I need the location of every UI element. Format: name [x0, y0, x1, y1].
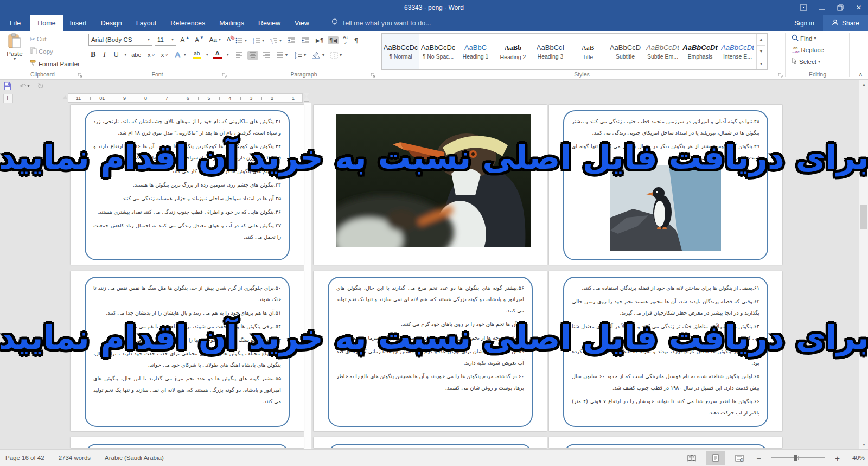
highlight-button[interactable]: ab: [191, 50, 203, 60]
superscript-button[interactable]: x2: [159, 50, 170, 59]
share-button[interactable]: Share: [823, 15, 868, 31]
page-indicator[interactable]: Page 16 of 42: [5, 455, 44, 461]
tab-references[interactable]: References: [163, 15, 212, 31]
style-heading3[interactable]: AaBbCcI Heading 3: [532, 34, 569, 69]
decrease-indent-button[interactable]: [286, 36, 297, 45]
format-painter-button[interactable]: Format Painter: [28, 59, 81, 69]
ribbon-display-options-button[interactable]: [794, 0, 813, 15]
increase-indent-button[interactable]: [300, 36, 311, 45]
scroll-down-button[interactable]: ▼: [859, 440, 868, 449]
undo-button[interactable]: ↶▾: [20, 81, 30, 91]
collapse-ribbon-button[interactable]: ∧: [859, 71, 863, 77]
copy-button[interactable]: Copy: [28, 46, 81, 56]
font-color-button[interactable]: A: [212, 49, 224, 60]
align-right-button[interactable]: [261, 51, 272, 60]
document-page-9-partial[interactable]: [549, 437, 782, 448]
shading-button[interactable]: ▾: [310, 50, 326, 60]
rtl-direction-button[interactable]: ¶◀: [328, 36, 339, 44]
style-heading1[interactable]: AaBbC Heading 1: [457, 34, 494, 69]
zoom-slider[interactable]: [771, 457, 825, 458]
zoom-level[interactable]: 40%: [847, 455, 865, 461]
style-subtitle[interactable]: AaBbCcD Subtitle: [607, 34, 644, 69]
tab-insert[interactable]: Insert: [63, 15, 94, 31]
sign-in-button[interactable]: Sign in: [786, 15, 823, 31]
document-page-3[interactable]: ۴۸.تنها دو گونه آدیلی و امپراتور در سرزم…: [549, 105, 782, 265]
web-layout-button[interactable]: [730, 451, 749, 465]
styles-dialog-launcher[interactable]: [778, 72, 783, 78]
tab-stop-selector[interactable]: L: [3, 94, 13, 103]
minimize-button[interactable]: [813, 0, 831, 15]
justify-button[interactable]: ▾: [275, 51, 289, 60]
redo-button[interactable]: ↻: [37, 81, 44, 91]
zoom-out-button[interactable]: −: [754, 454, 763, 463]
tab-view[interactable]: View: [288, 15, 316, 31]
scrollbar-thumb[interactable]: [860, 205, 867, 229]
show-paragraph-marks-button[interactable]: ¶: [353, 35, 360, 46]
indent-marker-right[interactable]: [304, 93, 309, 102]
underline-caret[interactable]: ▾: [124, 53, 126, 57]
horizontal-ruler[interactable]: 11 01 9 8 7 6 5 4 3 2 1: [68, 93, 303, 103]
ltr-direction-button[interactable]: ▶¶: [314, 36, 325, 44]
document-page-1[interactable]: ۴۱.پنگوئن های ماکارونی که نام خود را از …: [71, 105, 304, 265]
word-count[interactable]: 2734 words: [59, 455, 91, 461]
align-center-button[interactable]: [247, 51, 258, 60]
align-left-button[interactable]: [234, 51, 245, 60]
zoom-in-button[interactable]: +: [833, 454, 842, 463]
vertical-scrollbar[interactable]: ▲ ▼: [859, 80, 868, 449]
bold-button[interactable]: B: [88, 50, 98, 60]
borders-button[interactable]: ▾: [329, 50, 343, 60]
style-heading2[interactable]: AaBb Heading 2: [494, 34, 532, 69]
subscript-button[interactable]: x2: [146, 50, 156, 59]
scroll-up-button[interactable]: ▲: [859, 80, 868, 89]
grow-font-button[interactable]: A▲: [178, 35, 192, 45]
paste-button[interactable]: Paste ▾: [3, 33, 26, 69]
select-button[interactable]: Select ▾: [790, 56, 826, 67]
style-subtle-emphasis[interactable]: AaBbCcDt Subtle Em...: [644, 34, 681, 69]
font-color-caret[interactable]: ▾: [227, 53, 229, 57]
style-intense-emphasis[interactable]: AaBbCcDt Intense E...: [719, 34, 756, 69]
italic-button[interactable]: I: [101, 50, 108, 60]
numbering-button[interactable]: 123 ▾: [251, 36, 266, 45]
document-page-8-partial[interactable]: [314, 437, 547, 448]
find-button[interactable]: Find ▾: [790, 33, 826, 43]
text-effects-button[interactable]: A ▾: [173, 49, 188, 60]
tab-layout[interactable]: Layout: [129, 15, 164, 31]
tab-review[interactable]: Review: [251, 15, 288, 31]
restore-button[interactable]: [831, 0, 850, 15]
indent-marker-left[interactable]: [62, 95, 68, 99]
change-case-button[interactable]: Aa▾: [208, 35, 222, 44]
style-title[interactable]: AaB Title: [569, 34, 607, 69]
zoom-slider-thumb[interactable]: [794, 455, 797, 461]
tab-mailings[interactable]: Mailings: [212, 15, 251, 31]
print-layout-button[interactable]: [706, 451, 725, 465]
cut-button[interactable]: ✂ Cut: [28, 34, 81, 44]
document-page-2[interactable]: [314, 105, 547, 265]
paragraph-dialog-launcher[interactable]: [371, 72, 376, 78]
strikethrough-button[interactable]: abc: [130, 50, 143, 59]
styles-more-button[interactable]: ▼: [757, 58, 765, 69]
tab-home[interactable]: Home: [30, 15, 62, 31]
save-button[interactable]: [3, 82, 12, 91]
close-button[interactable]: ✕: [850, 0, 868, 15]
style-normal[interactable]: AaBbCcDc ¶ Normal: [382, 34, 419, 69]
style-no-spacing[interactable]: AaBbCcDc ¶ No Spac...: [419, 34, 457, 69]
tab-file[interactable]: File: [0, 15, 30, 31]
highlight-caret[interactable]: ▾: [206, 53, 208, 57]
line-spacing-button[interactable]: ▾: [292, 51, 308, 60]
shrink-font-button[interactable]: A▼: [194, 35, 206, 44]
multilevel-list-button[interactable]: a1i ▾: [269, 36, 283, 45]
tell-me-box[interactable]: Tell me what you want to do...: [331, 15, 431, 31]
bullets-button[interactable]: ▾: [234, 36, 248, 45]
read-mode-button[interactable]: [682, 451, 701, 465]
font-size-combobox[interactable]: 11 ▾: [155, 34, 176, 46]
language-indicator[interactable]: Arabic (Saudi Arabia): [105, 455, 164, 461]
styles-scroll-down-button[interactable]: ▼: [757, 46, 765, 58]
font-name-combobox[interactable]: Arial (Body CS ▾: [88, 34, 152, 46]
underline-button[interactable]: U: [111, 50, 121, 60]
style-emphasis[interactable]: AaBbCcDt Emphasis: [681, 34, 719, 69]
clipboard-dialog-launcher[interactable]: [78, 72, 83, 78]
styles-scroll-up-button[interactable]: ▲: [757, 34, 765, 46]
font-dialog-launcher[interactable]: [222, 72, 227, 78]
document-page-7-partial[interactable]: [71, 437, 304, 448]
tab-design[interactable]: Design: [94, 15, 129, 31]
